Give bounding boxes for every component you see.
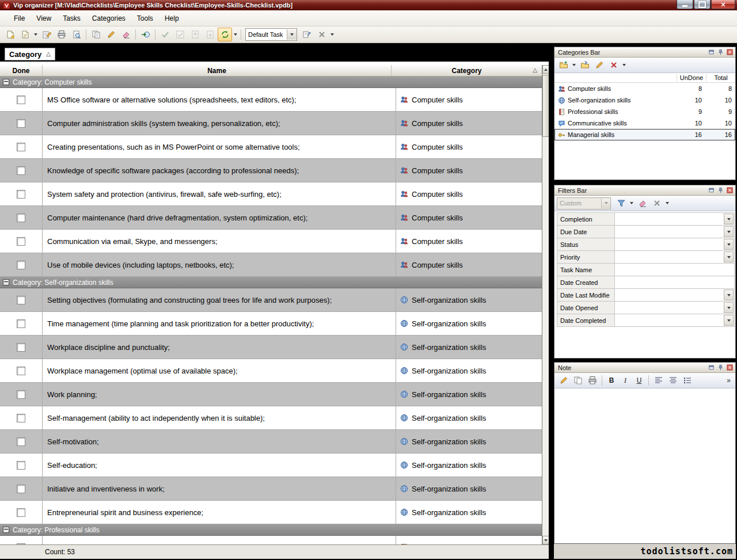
clear-filter-button[interactable] [636, 197, 649, 210]
close-button[interactable] [711, 0, 735, 9]
move-down-button[interactable] [203, 28, 217, 41]
task-checkbox[interactable] [17, 237, 25, 246]
panel-close-button[interactable] [725, 48, 734, 56]
task-checkbox[interactable] [17, 437, 25, 446]
task-row[interactable]: MS Office software or alternative soluti… [0, 88, 542, 112]
scroll-up-button[interactable] [542, 65, 549, 74]
panel-pin-button[interactable] [716, 48, 725, 56]
note-toolbar-overflow[interactable]: » [724, 376, 733, 384]
task-row[interactable]: Creating presentations, such as in MS Po… [0, 135, 542, 159]
task-checkbox[interactable] [17, 166, 25, 175]
task-checkbox[interactable] [17, 485, 25, 493]
task-checkbox[interactable] [17, 461, 25, 470]
print-preview-button[interactable] [69, 28, 83, 41]
filter-dropdown-button[interactable] [724, 289, 734, 300]
task-template-dropdown-button[interactable] [287, 29, 297, 40]
panel-position-button[interactable] [707, 186, 716, 194]
panel-position-button[interactable] [707, 364, 716, 371]
task-row[interactable]: Knowledge of specific software packages … [0, 159, 542, 182]
underline-button[interactable]: U [633, 374, 645, 387]
column-header-category[interactable]: Category [392, 65, 542, 76]
column-header-name[interactable]: Name [43, 65, 392, 76]
menu-view[interactable]: View [31, 12, 57, 25]
task-checkbox[interactable] [17, 143, 25, 151]
task-row[interactable]: Workplace management (optimal use of ava… [0, 359, 542, 383]
bullet-list-button[interactable] [681, 374, 694, 387]
task-row[interactable]: Communication via email, Skype, and mess… [0, 230, 542, 253]
task-row[interactable]: Work planning; Self-organization skills [0, 383, 542, 406]
filter-value-cell[interactable] [615, 226, 734, 238]
panel-position-button[interactable] [707, 48, 716, 56]
filter-preset-dropdown-button[interactable] [601, 199, 610, 208]
filter-dropdown-button[interactable] [724, 302, 734, 313]
menu-categories[interactable]: Categories [86, 12, 131, 25]
panel-pin-button[interactable] [716, 364, 725, 371]
filter-dropdown-button[interactable] [724, 239, 734, 250]
minimize-button[interactable] [677, 0, 693, 9]
task-checkbox[interactable] [17, 367, 25, 375]
collapse-icon[interactable] [3, 527, 9, 533]
task-checkbox[interactable] [17, 343, 25, 352]
task-checkbox[interactable] [17, 296, 25, 304]
filter-dropdown-button[interactable] [724, 252, 734, 262]
mark-done-button[interactable] [158, 28, 172, 41]
note-content[interactable] [554, 388, 735, 543]
task-checkbox[interactable] [17, 261, 25, 269]
print-button[interactable] [54, 28, 69, 41]
maximize-button[interactable] [694, 0, 711, 9]
categories-column-total[interactable]: Total [706, 74, 735, 81]
erase-task-button[interactable] [119, 28, 133, 41]
move-up-button[interactable] [188, 28, 202, 41]
remove-template-button[interactable] [314, 28, 329, 41]
toolbar-overflow-dropdown[interactable] [329, 28, 335, 41]
column-header-done[interactable]: Done [0, 65, 43, 76]
apply-filter-button[interactable] [614, 197, 628, 210]
edit-task-button[interactable] [39, 28, 54, 41]
task-row[interactable]: System safety and protection (antivirus,… [0, 182, 542, 206]
filter-value-cell[interactable] [615, 302, 734, 314]
filter-value-cell[interactable] [615, 276, 734, 288]
scroll-track[interactable] [542, 74, 549, 536]
panel-close-button[interactable] [725, 364, 734, 371]
filter-dropdown-button[interactable] [724, 214, 734, 224]
goto-task-button[interactable] [138, 28, 153, 41]
task-checkbox[interactable] [17, 96, 25, 104]
task-row[interactable]: Workplace discipline and punctuality; Se… [0, 336, 542, 359]
task-template-combobox[interactable]: Default Task [245, 28, 297, 41]
menu-tasks[interactable]: Tasks [57, 12, 86, 25]
auto-refresh-dropdown[interactable] [233, 28, 238, 41]
group-header-row[interactable]: Category: Computer skills [0, 77, 542, 88]
task-row[interactable]: Major skills necessary to execute specif… [0, 536, 542, 544]
category-row[interactable]: Managerial skills 16 16 [554, 129, 735, 140]
new-item-dropdown[interactable] [33, 28, 39, 41]
task-checkbox[interactable] [17, 414, 25, 422]
group-header-row[interactable]: Category: Self-organization skills [0, 277, 542, 288]
print-note-button[interactable] [586, 374, 599, 387]
delete-category-button[interactable] [607, 59, 620, 72]
scroll-down-button[interactable] [542, 536, 549, 544]
task-row[interactable]: Computer administration skills (system t… [0, 112, 542, 135]
task-checkbox[interactable] [17, 508, 25, 517]
panel-close-button[interactable] [725, 186, 734, 194]
menu-help[interactable]: Help [159, 12, 185, 25]
collapse-icon[interactable] [3, 79, 9, 85]
collapse-icon[interactable] [3, 279, 9, 285]
task-checkbox[interactable] [17, 390, 25, 399]
menu-file[interactable]: File [8, 12, 31, 25]
new-task-button[interactable] [3, 28, 17, 41]
filter-value-cell[interactable] [615, 289, 734, 301]
task-checkbox[interactable] [17, 214, 25, 222]
filter-dropdown-button[interactable] [724, 315, 734, 326]
rename-task-button[interactable] [104, 28, 118, 41]
remove-filter-button[interactable] [650, 197, 663, 210]
filter-value-cell[interactable] [615, 213, 734, 225]
auto-refresh-toggle[interactable] [218, 28, 232, 41]
task-checkbox[interactable] [17, 119, 25, 128]
filter-value-cell[interactable] [615, 314, 734, 326]
category-row[interactable]: Communicative skills 10 10 [554, 117, 735, 129]
align-center-button[interactable] [666, 374, 679, 387]
menu-tools[interactable]: Tools [131, 12, 159, 25]
new-category-button[interactable] [557, 59, 570, 72]
task-row[interactable]: Setting objectives (formulating and cons… [0, 288, 542, 312]
scroll-thumb[interactable] [542, 75, 549, 137]
